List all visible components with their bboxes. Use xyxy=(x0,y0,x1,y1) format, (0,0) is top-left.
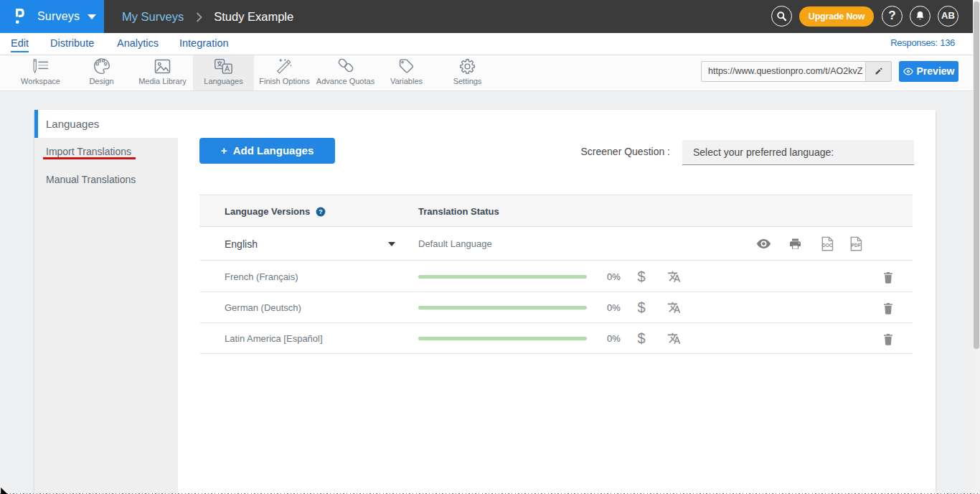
svg-text:$: $ xyxy=(637,330,645,346)
svg-text:$: $ xyxy=(637,269,645,284)
svg-text:DOC: DOC xyxy=(822,243,833,248)
svg-text:?: ? xyxy=(319,208,322,215)
svg-text:$: $ xyxy=(637,299,645,315)
svg-text:PDF: PDF xyxy=(852,243,861,248)
